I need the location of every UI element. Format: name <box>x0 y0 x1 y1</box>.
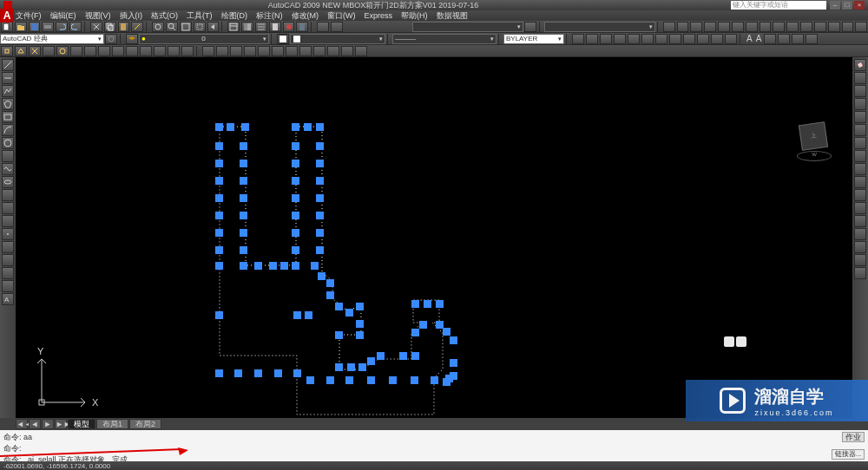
viewcube-compass[interactable]: W <box>797 151 832 161</box>
stretch-tool-icon[interactable] <box>854 163 866 175</box>
zoom-prev-icon[interactable] <box>207 22 220 32</box>
make-block-icon[interactable] <box>2 215 14 227</box>
ucs-view-icon[interactable] <box>272 46 284 56</box>
spline-icon[interactable] <box>2 163 14 175</box>
workspace-dropdown[interactable]: AutoCAD 经典 <box>0 34 104 44</box>
menu-format[interactable]: 格式(O) <box>151 10 178 22</box>
join-icon[interactable] <box>854 228 866 240</box>
workspace-settings-icon[interactable] <box>105 34 117 44</box>
snap-parallel-icon[interactable] <box>112 46 124 56</box>
ucs-3point-icon[interactable] <box>313 46 326 56</box>
ucs-face-icon[interactable] <box>244 46 256 56</box>
snap-insert-icon[interactable] <box>126 46 138 56</box>
table-tool-icon[interactable] <box>2 280 14 292</box>
mtext-icon[interactable]: A <box>2 293 14 305</box>
move-tool-icon[interactable] <box>854 124 866 136</box>
copy-tool-icon[interactable] <box>854 72 866 84</box>
sheet-set-icon[interactable] <box>269 22 281 32</box>
ucs-x-icon[interactable] <box>327 46 339 56</box>
dim-radius-icon[interactable] <box>718 22 730 32</box>
chamfer-icon[interactable] <box>854 241 866 253</box>
tab-model[interactable]: 模型 <box>68 419 95 429</box>
table-icon[interactable] <box>764 34 776 44</box>
explode-icon[interactable] <box>854 267 866 279</box>
ucs-y-icon[interactable] <box>341 46 353 56</box>
zoom-window-icon[interactable] <box>194 22 206 32</box>
field-icon[interactable] <box>806 34 818 44</box>
block-icon[interactable] <box>317 22 329 32</box>
dim-continue-icon[interactable] <box>800 22 812 32</box>
block-edit-icon[interactable] <box>331 22 343 32</box>
menu-edit[interactable]: 编辑(E) <box>50 10 76 22</box>
snap-none-icon[interactable] <box>168 46 180 56</box>
match-prop-icon[interactable] <box>131 22 143 32</box>
ucs-world-icon[interactable] <box>216 46 228 56</box>
layer-props-icon[interactable] <box>126 34 138 44</box>
mirror-tool-icon[interactable] <box>854 85 866 97</box>
circle-icon[interactable] <box>2 137 14 149</box>
paste-icon[interactable] <box>118 22 130 32</box>
snap-node-icon[interactable] <box>140 46 152 56</box>
trim-tool-icon[interactable] <box>854 176 866 188</box>
snap-endpoint-icon[interactable] <box>1 46 13 56</box>
array-tool-icon[interactable] <box>854 111 866 123</box>
command-link-button[interactable]: 链接器... <box>832 449 865 460</box>
rotate-tool-icon[interactable] <box>854 137 866 149</box>
snap-nearest-icon[interactable] <box>154 46 166 56</box>
command-close-button[interactable]: 作业 <box>842 432 865 442</box>
viewcube[interactable]: 上 W <box>797 118 832 161</box>
ellipse-icon[interactable] <box>2 176 14 188</box>
ellipse-arc-icon[interactable] <box>2 189 14 201</box>
dim-angular-icon[interactable] <box>760 22 772 32</box>
menu-file[interactable]: 文件(F) <box>16 10 42 22</box>
trim-icon[interactable] <box>697 34 709 44</box>
save-icon[interactable] <box>29 22 41 32</box>
redo-icon[interactable] <box>69 22 82 32</box>
break-icon[interactable] <box>725 34 737 44</box>
maximize-button[interactable]: □ <box>842 1 852 10</box>
mirror-icon[interactable] <box>600 34 612 44</box>
ucs-prev-icon[interactable] <box>230 46 242 56</box>
new-icon[interactable] <box>1 22 13 32</box>
dim-linear-icon[interactable] <box>663 22 675 32</box>
hatch-icon[interactable] <box>778 34 790 44</box>
minimize-button[interactable]: – <box>830 1 840 10</box>
snap-quadrant-icon[interactable] <box>70 46 82 56</box>
snap-settings-icon[interactable] <box>181 46 194 56</box>
text-a-icon[interactable]: A <box>746 34 753 43</box>
tab-nav-prev[interactable]: ◄ <box>29 419 41 429</box>
menu-modify[interactable]: 修改(M) <box>292 10 319 22</box>
dim-center-icon[interactable] <box>855 22 867 32</box>
dim-jogged-icon[interactable] <box>732 22 744 32</box>
linetype-dropdown[interactable] <box>544 22 655 32</box>
break-tool-icon[interactable] <box>854 215 866 227</box>
viewcube-face[interactable]: 上 <box>799 121 828 151</box>
zoom-icon[interactable] <box>166 22 178 32</box>
dim-space-icon[interactable] <box>814 22 826 32</box>
close-button[interactable]: × <box>854 1 865 10</box>
undo-icon[interactable] <box>56 22 68 32</box>
tool-palettes-icon[interactable] <box>255 22 267 32</box>
menu-dataview[interactable]: 数据视图 <box>437 10 468 22</box>
offset-tool-icon[interactable] <box>854 98 866 110</box>
dim-quick-icon[interactable] <box>773 22 785 32</box>
cut-icon[interactable] <box>90 22 102 32</box>
polyline-icon[interactable] <box>2 85 14 97</box>
command-window[interactable]: 命令: aa 命令: 命令: _ai_selall 正在选择对象...完成 命令… <box>0 430 868 461</box>
open-icon[interactable] <box>15 22 27 32</box>
extend-icon[interactable] <box>711 34 723 44</box>
move-icon[interactable] <box>641 34 654 44</box>
pan-icon[interactable] <box>152 22 164 32</box>
snap-intersection-icon[interactable] <box>29 46 41 56</box>
color-dropdown[interactable] <box>290 34 385 44</box>
zoom-extents-icon[interactable] <box>180 22 192 32</box>
print-icon[interactable] <box>42 22 54 32</box>
ucs-object-icon[interactable] <box>258 46 270 56</box>
steering-wheel-icon[interactable] <box>724 336 748 349</box>
layer-prev-icon[interactable] <box>524 22 536 32</box>
erase-icon[interactable] <box>572 34 584 44</box>
menu-window[interactable]: 窗口(W) <box>327 10 356 22</box>
tab-nav-first[interactable]: ◄◄ <box>16 419 28 429</box>
offset-icon[interactable] <box>614 34 626 44</box>
fillet-icon[interactable] <box>854 254 866 266</box>
